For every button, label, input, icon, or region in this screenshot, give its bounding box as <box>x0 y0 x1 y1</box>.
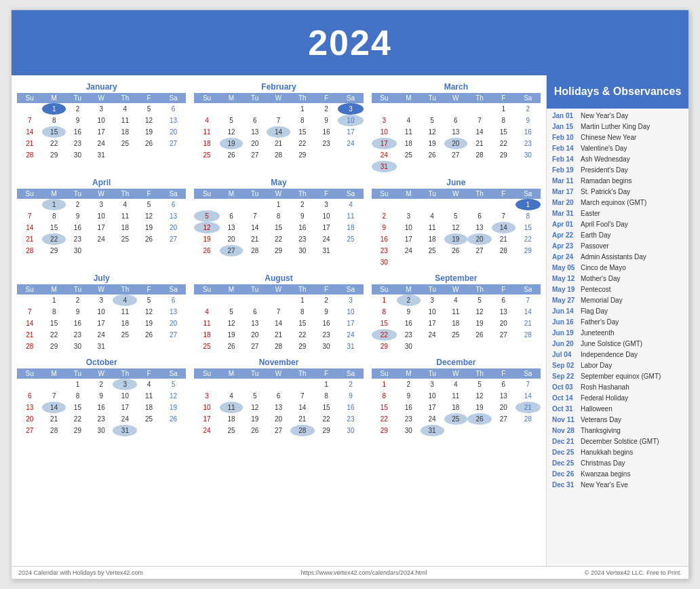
calendar-day: 8 <box>290 115 315 126</box>
month-table: SuMTuWThFSa12345678910111213141516171819… <box>372 368 541 436</box>
day-header: Sa <box>161 93 186 103</box>
holiday-name: Ash Wednesday <box>581 155 630 164</box>
holiday-date: Apr 24 <box>552 252 581 262</box>
calendar-day <box>444 256 468 268</box>
calendar-day: 4 <box>444 379 468 390</box>
calendar-day: 13 <box>267 402 290 413</box>
holiday-item: Sep 22September equinox (GMT) <box>552 372 683 381</box>
holiday-name: Earth Day <box>581 231 610 240</box>
calendar-day <box>267 294 290 306</box>
day-header: Th <box>290 284 315 294</box>
day-header: F <box>492 189 516 199</box>
month-title: November <box>194 358 363 367</box>
day-header: W <box>267 368 290 379</box>
calendar-day: 11 <box>421 222 444 233</box>
holiday-name: Martin Luther King Day <box>581 122 650 132</box>
calendar-day: 9 <box>66 306 90 318</box>
calendar-day: 26 <box>194 245 219 256</box>
calendar-day: 14 <box>267 126 290 138</box>
calendar-day: 5 <box>467 379 492 390</box>
calendar-day: 12 <box>137 210 161 222</box>
month-title: December <box>372 358 541 367</box>
calendar-day: 14 <box>17 222 42 233</box>
calendar-day: 17 <box>338 318 363 329</box>
holiday-date: Feb 10 <box>552 133 581 142</box>
calendar-day: 27 <box>444 149 468 161</box>
day-header: W <box>90 189 113 199</box>
calendar-day: 24 <box>90 138 113 149</box>
calendar-day: 9 <box>397 390 421 402</box>
calendar-day: 14 <box>267 318 290 329</box>
calendar-day <box>137 245 161 256</box>
calendar-day: 19 <box>137 318 161 329</box>
calendar-day <box>243 294 267 306</box>
calendar-day: 16 <box>516 126 541 138</box>
calendar-day: 15 <box>315 402 338 413</box>
calendar-day: 27 <box>161 233 186 245</box>
day-header: F <box>315 368 338 379</box>
calendar-day: 23 <box>66 233 90 245</box>
calendar-day: 13 <box>444 126 468 138</box>
calendar-day: 22 <box>42 329 66 341</box>
calendar-day: 3 <box>194 390 219 402</box>
day-header: F <box>492 93 516 103</box>
calendar-day: 4 <box>421 210 444 222</box>
calendar-day: 26 <box>220 149 244 161</box>
month-block: OctoberSuMTuWThFSa1234567891011121314151… <box>17 358 186 436</box>
day-header: W <box>267 93 290 103</box>
holiday-date: Dec 21 <box>552 437 581 446</box>
calendar-day: 23 <box>90 413 113 425</box>
calendar-day <box>492 256 516 268</box>
calendar-day <box>137 149 161 161</box>
calendar-day: 1 <box>290 294 315 306</box>
calendar-day: 12 <box>467 306 492 318</box>
calendar-day: 9 <box>516 115 541 126</box>
calendar-day: 10 <box>397 222 421 233</box>
calendar-day: 30 <box>66 149 90 161</box>
calendar-day: 18 <box>113 126 137 138</box>
calendar-day: 6 <box>243 115 267 126</box>
holiday-item: Jun 20June Solstice (GMT) <box>552 339 683 349</box>
month-title: June <box>372 178 541 187</box>
day-header: F <box>492 284 516 294</box>
calendar-day <box>113 245 137 256</box>
month-block: AugustSuMTuWThFSa12345678910111213141516… <box>194 273 363 352</box>
holiday-date: Dec 31 <box>552 480 581 490</box>
month-block: AprilSuMTuWThFSa123456789101112131415161… <box>17 178 186 268</box>
calendar-day: 22 <box>42 138 66 149</box>
calendar-day: 8 <box>372 306 397 318</box>
day-header: Tu <box>421 93 444 103</box>
calendar-day <box>516 425 541 436</box>
holiday-date: Mar 17 <box>552 187 581 197</box>
calendar-day: 10 <box>90 115 113 126</box>
calendar-day <box>17 379 42 390</box>
holiday-name: St. Patrick's Day <box>581 187 630 197</box>
holiday-date: Dec 25 <box>552 448 581 457</box>
calendar-day: 3 <box>397 210 421 222</box>
calendar-day: 29 <box>492 149 516 161</box>
calendar-day: 27 <box>220 245 244 256</box>
day-header: Su <box>372 189 397 199</box>
calendar-day: 28 <box>467 149 492 161</box>
calendar-day: 24 <box>194 425 219 436</box>
calendar-day: 22 <box>290 329 315 341</box>
calendar-day: 18 <box>421 233 444 245</box>
month-block: JuneSuMTuWThFSa1234567891011121314151617… <box>372 178 541 268</box>
calendar-day: 7 <box>467 115 492 126</box>
calendar-day: 16 <box>315 318 338 329</box>
calendar-page: 2024 JanuarySuMTuWThFSa12345678910111213… <box>11 10 689 580</box>
calendar-day: 17 <box>372 138 397 149</box>
calendar-day <box>516 161 541 172</box>
day-header: Th <box>290 368 315 379</box>
calendar-day: 22 <box>315 413 338 425</box>
calendar-day <box>194 199 219 210</box>
calendar-day: 16 <box>315 126 338 138</box>
calendar-day: 8 <box>42 210 66 222</box>
calendar-day: 22 <box>492 138 516 149</box>
calendar-day: 13 <box>161 210 186 222</box>
calendar-day: 22 <box>516 233 541 245</box>
holiday-name: Valentine's Day <box>581 144 627 153</box>
calendar-day: 2 <box>338 379 363 390</box>
calendar-day: 4 <box>397 115 421 126</box>
month-table: SuMTuWThFSa12345678910111213141516171819… <box>17 284 186 352</box>
